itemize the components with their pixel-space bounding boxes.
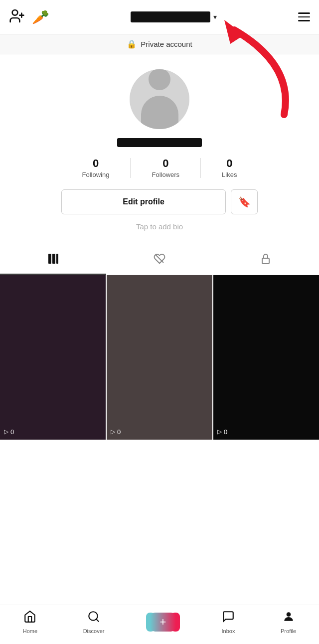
tab-videos[interactable] [0,246,106,275]
inbox-label: Inbox [222,628,235,634]
nav-profile[interactable]: Profile [281,610,296,634]
top-navigation: 🥕 ▾ [0,0,319,34]
add-user-icon[interactable] [9,8,25,26]
avatar-inner [130,69,189,129]
likes-stat[interactable]: 0 Likes [201,157,258,178]
edit-profile-button[interactable]: Edit profile [61,189,226,214]
video-thumb-1[interactable]: ▷ 0 [0,275,106,440]
private-account-banner: 🔒 Private account [0,34,319,54]
followers-stat[interactable]: 0 Followers [131,157,200,178]
svg-point-11 [286,612,291,617]
create-button[interactable]: + [150,613,176,632]
play-icon-2: ▷ [111,428,115,435]
video-play-info-3: ▷ 0 [217,428,227,436]
followers-label: Followers [152,171,179,178]
tab-liked[interactable] [106,246,212,275]
grid-icon [47,253,59,268]
username-bar [117,138,202,147]
menu-icon[interactable] [298,12,310,21]
play-icon-1: ▷ [4,428,8,435]
private-account-text: Private account [141,40,192,48]
video-play-info-2: ▷ 0 [111,428,121,436]
following-label: Following [82,171,110,178]
username-redacted [131,11,210,22]
play-count-3: 0 [224,428,227,436]
action-buttons: Edit profile 🔖 [10,189,309,214]
discover-icon [87,610,100,626]
nav-discover[interactable]: Discover [83,610,105,634]
nav-create[interactable]: + [150,613,176,632]
bottom-spacer [0,440,319,489]
avatar-body [141,96,178,129]
play-count-1: 0 [10,428,14,436]
video-thumb-2[interactable]: ▷ 0 [107,275,212,440]
play-icon-3: ▷ [217,428,222,435]
lock-icon: 🔒 [127,39,137,49]
private-lock-icon [260,253,272,268]
nav-center-group[interactable]: ▾ [131,11,217,22]
home-label: Home [23,628,37,634]
svg-point-0 [12,10,18,15]
avatar[interactable] [130,69,189,129]
profile-section: 0 Following 0 Followers 0 Likes Edit pro… [0,54,319,246]
inbox-icon [222,610,235,626]
bio-placeholder[interactable]: Tap to add bio [136,222,183,231]
likes-label: Likes [222,171,237,178]
nav-home[interactable]: Home [23,610,37,634]
svg-line-10 [96,619,99,622]
stats-row: 0 Following 0 Followers 0 Likes [10,157,309,178]
video-play-info-1: ▷ 0 [4,428,14,436]
carrot-icon[interactable]: 🥕 [32,9,49,25]
svg-rect-5 [52,254,55,264]
tab-private[interactable] [213,246,319,275]
nav-inbox[interactable]: Inbox [222,610,235,634]
chevron-down-icon: ▾ [213,13,217,21]
following-count: 0 [93,157,99,170]
video-grid: ▷ 0 ▷ 0 ▷ 0 [0,275,319,440]
video-thumb-3[interactable]: ▷ 0 [213,275,319,440]
home-icon [23,610,36,626]
bottom-navigation: Home Discover + Inbox Profile [0,605,319,644]
svg-rect-8 [262,258,269,264]
tabs-row [0,246,319,275]
nav-left-group: 🥕 [9,8,49,26]
liked-icon [154,253,165,268]
svg-rect-4 [48,254,51,264]
avatar-head [149,69,170,90]
bookmark-icon: 🔖 [238,196,251,208]
followers-count: 0 [162,157,168,170]
profile-label: Profile [281,628,296,634]
following-stat[interactable]: 0 Following [61,157,131,178]
bookmark-button[interactable]: 🔖 [231,189,258,214]
likes-count: 0 [226,157,232,170]
play-count-2: 0 [117,428,121,436]
svg-rect-6 [56,254,58,264]
discover-label: Discover [83,628,105,634]
profile-icon [282,610,295,626]
create-plus-icon: + [160,616,166,629]
